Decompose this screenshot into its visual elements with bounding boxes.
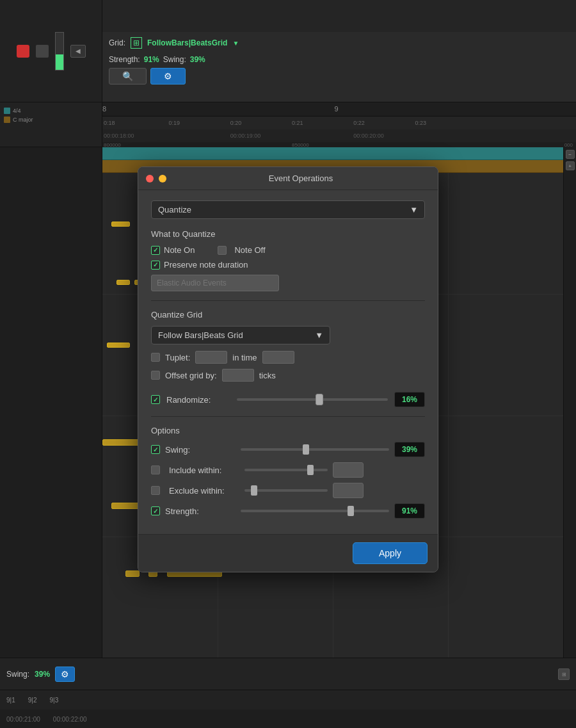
- strength-opt-label: Strength:: [165, 506, 236, 516]
- randomize-value: 16%: [394, 392, 425, 407]
- operation-dropdown[interactable]: Quantize ▼: [151, 200, 425, 219]
- offset-label: Offset grid by:: [165, 371, 217, 380]
- elastic-input-row: [151, 275, 425, 291]
- in-time-label: in time: [232, 353, 257, 362]
- modal-title: Event Operations: [172, 174, 430, 183]
- modal-close-button[interactable]: [146, 175, 154, 182]
- modal-titlebar: Event Operations: [138, 167, 438, 190]
- exclude-slider[interactable]: [244, 489, 328, 492]
- preserve-item: Preserve note duration: [151, 260, 248, 270]
- randomize-slider-thumb[interactable]: [316, 394, 323, 405]
- include-slider[interactable]: [244, 469, 328, 471]
- swing-opt-label: Swing:: [165, 445, 236, 455]
- strength-slider-thumb[interactable]: [348, 506, 354, 516]
- grid-dropdown-arrow: ▼: [315, 330, 323, 340]
- swing-slider[interactable]: [241, 448, 389, 451]
- preserve-checkbox[interactable]: [151, 261, 160, 270]
- note-on-checkbox[interactable]: [151, 246, 160, 255]
- exclude-label: Exclude within:: [169, 486, 239, 496]
- randomize-checkbox[interactable]: [151, 395, 160, 404]
- include-row: Include within:: [151, 462, 425, 478]
- strength-slider[interactable]: [241, 510, 389, 512]
- note-off-label: Note Off: [234, 245, 265, 255]
- include-slider-thumb[interactable]: [307, 465, 314, 475]
- include-checkbox[interactable]: [151, 465, 160, 474]
- divider-1: [151, 300, 425, 301]
- randomize-label: Randomize:: [166, 395, 230, 405]
- quantize-grid-title: Quantize Grid: [151, 310, 425, 320]
- preserve-label: Preserve note duration: [164, 260, 248, 270]
- swing-value: 39%: [394, 442, 425, 457]
- operation-dropdown-value: Quantize: [158, 205, 191, 214]
- modal-minimize-button[interactable]: [159, 175, 166, 182]
- randomize-slider-track[interactable]: [237, 398, 388, 401]
- divider-2: [151, 416, 425, 417]
- exclude-row: Exclude within:: [151, 483, 425, 498]
- modal-body: Quantize ▼ What to Quantize Note On Note…: [138, 190, 438, 534]
- exclude-input[interactable]: [333, 483, 364, 498]
- preserve-row: Preserve note duration: [151, 260, 425, 270]
- what-to-quantize-title: What to Quantize: [151, 229, 425, 239]
- exclude-checkbox[interactable]: [151, 486, 160, 495]
- operation-dropdown-arrow: ▼: [410, 205, 418, 214]
- apply-button[interactable]: Apply: [353, 542, 428, 564]
- exclude-slider-thumb[interactable]: [251, 485, 257, 496]
- event-operations-modal: Event Operations Quantize ▼ What to Quan…: [138, 166, 438, 572]
- modal-footer: Apply: [138, 534, 438, 572]
- tuplet-input[interactable]: [195, 351, 227, 364]
- modal-overlay: Event Operations Quantize ▼ What to Quan…: [0, 0, 576, 728]
- note-off-checkbox[interactable]: [218, 246, 227, 255]
- note-off-item: Note Off: [218, 245, 265, 255]
- randomize-row: Randomize: 16%: [151, 392, 425, 407]
- offset-row: Offset grid by: ticks: [151, 369, 425, 382]
- elastic-input[interactable]: [151, 275, 279, 291]
- grid-dropdown[interactable]: Follow Bars|Beats Grid ▼: [151, 326, 330, 344]
- include-input[interactable]: [333, 462, 364, 478]
- ticks-label: ticks: [259, 371, 276, 380]
- swing-row: Swing: 39%: [151, 442, 425, 457]
- offset-checkbox[interactable]: [151, 371, 160, 380]
- include-label: Include within:: [169, 465, 239, 475]
- grid-dropdown-value: Follow Bars|Beats Grid: [158, 330, 243, 340]
- note-on-label: Note On: [164, 245, 195, 255]
- in-time-input[interactable]: [262, 351, 294, 364]
- options-title: Options: [151, 426, 425, 435]
- tuplet-row: Tuplet: in time: [151, 351, 425, 364]
- tuplet-checkbox[interactable]: [151, 353, 160, 362]
- swing-slider-thumb[interactable]: [303, 444, 309, 455]
- swing-checkbox[interactable]: [151, 445, 160, 454]
- tuplet-label: Tuplet:: [165, 353, 190, 362]
- spacer-1: [151, 387, 425, 392]
- offset-input[interactable]: [222, 369, 254, 382]
- strength-row: Strength: 91%: [151, 503, 425, 519]
- strength-value: 91%: [394, 503, 425, 519]
- note-on-item: Note On: [151, 245, 195, 255]
- note-on-row: Note On Note Off: [151, 245, 425, 255]
- strength-checkbox[interactable]: [151, 506, 160, 515]
